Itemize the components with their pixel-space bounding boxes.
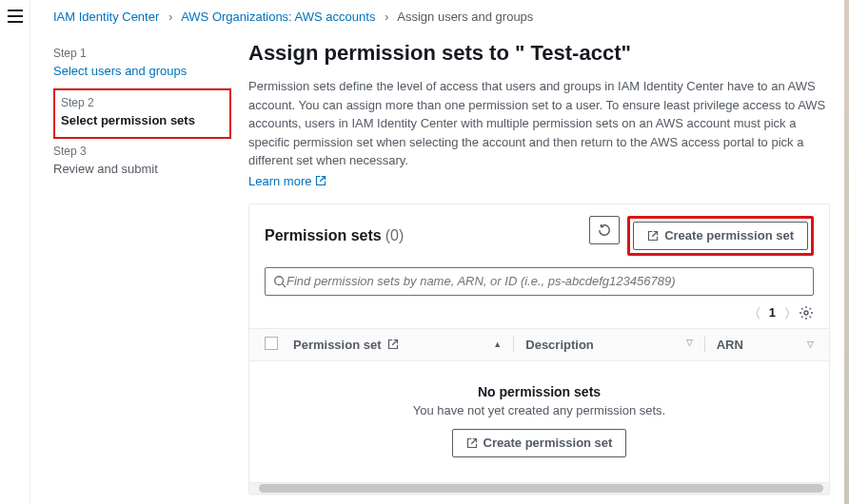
refresh-icon bbox=[598, 223, 611, 237]
breadcrumb-current: Assign users and groups bbox=[397, 10, 533, 24]
horizontal-scrollbar[interactable] bbox=[249, 482, 829, 494]
chevron-right-icon: › bbox=[168, 10, 172, 24]
svg-point-1 bbox=[804, 311, 808, 315]
chevron-right-icon: › bbox=[385, 10, 388, 24]
wizard-steps: Step 1 Select users and groups Step 2 Se… bbox=[53, 41, 248, 504]
col-permission-set[interactable]: Permission set bbox=[293, 338, 382, 352]
create-permission-set-empty-button[interactable]: Create permission set bbox=[452, 429, 627, 457]
permission-sets-card: Permission sets (0) Create perm bbox=[248, 204, 830, 494]
select-all-checkbox[interactable] bbox=[265, 337, 278, 350]
page-description: Permission sets define the level of acce… bbox=[248, 77, 830, 170]
breadcrumb: IAM Identity Center › AWS Organizations:… bbox=[53, 10, 830, 24]
menu-toggle[interactable] bbox=[8, 10, 23, 23]
decorative-edge bbox=[844, 0, 849, 504]
sort-icon[interactable]: ▽ bbox=[686, 338, 693, 352]
table-header: Permission set ▲ Description ▽ ARN bbox=[249, 328, 829, 361]
page-title: Assign permission sets to " Test-acct" bbox=[248, 41, 830, 66]
search-icon bbox=[273, 275, 286, 288]
sort-asc-icon[interactable]: ▲ bbox=[493, 339, 502, 349]
breadcrumb-root[interactable]: IAM Identity Center bbox=[53, 10, 159, 24]
external-link-icon bbox=[647, 230, 659, 242]
create-permission-set-button[interactable]: Create permission set bbox=[633, 222, 808, 250]
external-link-icon bbox=[466, 437, 478, 449]
search-input-wrapper[interactable] bbox=[265, 267, 814, 296]
breadcrumb-org[interactable]: AWS Organizations: AWS accounts bbox=[181, 10, 375, 24]
card-title: Permission sets (0) bbox=[265, 227, 404, 244]
wizard-step-1[interactable]: Step 1 Select users and groups bbox=[53, 41, 231, 88]
page-number: 1 bbox=[769, 305, 776, 320]
page-next[interactable]: 〉 bbox=[785, 305, 789, 320]
sort-icon[interactable]: ▽ bbox=[807, 339, 814, 349]
wizard-step-2[interactable]: Step 2 Select permission sets bbox=[53, 88, 231, 139]
gear-icon[interactable] bbox=[799, 305, 814, 320]
svg-point-0 bbox=[275, 276, 284, 284]
external-link-icon bbox=[315, 175, 326, 186]
col-arn[interactable]: ARN bbox=[717, 338, 743, 352]
col-description[interactable]: Description bbox=[525, 338, 594, 352]
empty-state: No permission sets You have not yet crea… bbox=[249, 361, 829, 482]
refresh-button[interactable] bbox=[589, 216, 620, 244]
external-link-icon bbox=[387, 339, 399, 350]
wizard-step-3[interactable]: Step 3 Review and submit bbox=[53, 139, 231, 185]
page-prev[interactable]: 〈 bbox=[756, 305, 760, 320]
learn-more-link[interactable]: Learn more bbox=[248, 174, 326, 188]
search-input[interactable] bbox=[286, 274, 805, 288]
